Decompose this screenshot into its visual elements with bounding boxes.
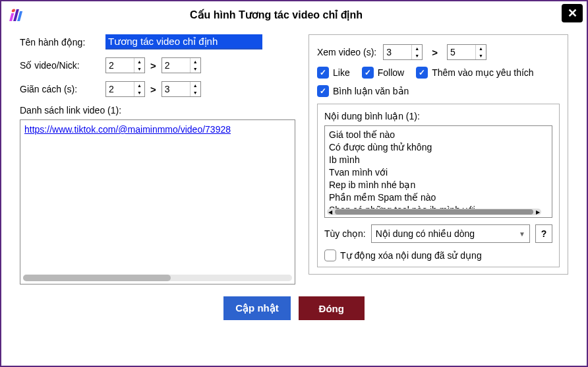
check-icon: ✓ <box>416 67 428 79</box>
auto-delete-checkbox[interactable]: ✓Tự động xóa nội dung đã sử dụng <box>324 250 482 261</box>
option-select[interactable]: Nội dung có nhiều dòng ▼ <box>371 224 530 243</box>
chevron-up-icon[interactable]: ▲ <box>191 82 200 89</box>
chevron-down-icon[interactable]: ▼ <box>191 89 200 96</box>
comment-item: Giá tool thế nào <box>329 129 548 141</box>
range-separator: > <box>432 47 438 58</box>
chevron-down-icon[interactable]: ▼ <box>134 89 144 96</box>
videos-per-nick-label: Số video/Nick: <box>20 60 105 71</box>
chevron-up-icon[interactable]: ▲ <box>412 45 422 52</box>
check-icon: ✓ <box>317 67 329 79</box>
comment-item: Rep ib mình nhé bạn <box>329 179 548 191</box>
comment-content-label: Nội dung bình luận (1): <box>324 111 552 121</box>
chevron-down-icon[interactable]: ▼ <box>191 65 200 73</box>
video-link-list-label: Danh sách link video (1): <box>20 105 295 116</box>
scroll-left-icon[interactable]: ◀ <box>327 209 334 215</box>
interaction-group: Xem video (s): 3 ▲▼ > 5 ▲▼ ✓Like ✓Follow… <box>309 34 568 275</box>
watch-time-label: Xem video (s): <box>317 47 376 57</box>
comment-group: Nội dung bình luận (1): Giá tool thế nào… <box>317 104 560 267</box>
help-button[interactable]: ? <box>535 224 552 243</box>
videos-from-stepper[interactable]: 2 ▲▼ <box>105 57 145 73</box>
scroll-right-icon[interactable]: ▶ <box>535 209 541 215</box>
video-link-textarea[interactable]: https://www.tiktok.com/@maiminmmo/video/… <box>20 119 295 284</box>
comment-item: Có được dùng thử không <box>329 141 548 154</box>
close-dialog-button[interactable]: Đóng <box>299 296 365 320</box>
horizontal-scrollbar[interactable]: ◀▶ <box>327 209 541 215</box>
svg-rect-0 <box>9 13 14 21</box>
check-icon: ✓ <box>362 67 374 79</box>
favorite-checkbox[interactable]: ✓Thêm vào mục yêu thích <box>416 67 534 79</box>
action-name-label: Tên hành động: <box>20 37 105 48</box>
chevron-up-icon[interactable]: ▲ <box>134 82 144 89</box>
comment-item: Phần mềm Spam thế nào <box>329 191 548 204</box>
range-separator: > <box>150 60 156 71</box>
chevron-up-icon[interactable]: ▲ <box>134 58 144 65</box>
comment-item: Tvan mình với <box>329 166 548 179</box>
dialog-header: Cấu hình Tương tác video chỉ định ✕ <box>1 1 587 28</box>
comment-item: Ib mình <box>329 154 548 166</box>
video-link-item[interactable]: https://www.tiktok.com/@maiminmmo/video/… <box>24 124 231 135</box>
dialog-window: Cấu hình Tương tác video chỉ định ✕ Tên … <box>0 0 588 367</box>
horizontal-scrollbar[interactable] <box>23 275 292 281</box>
delay-to-stepper[interactable]: 3 ▲▼ <box>162 81 201 97</box>
watch-from-stepper[interactable]: 3 ▲▼ <box>383 44 423 60</box>
dialog-title: Cấu hình Tương tác video chỉ định <box>190 9 363 21</box>
chevron-down-icon[interactable]: ▼ <box>476 52 486 59</box>
app-logo-icon <box>9 7 25 22</box>
delay-from-stepper[interactable]: 2 ▲▼ <box>105 81 145 97</box>
range-separator: > <box>150 84 156 95</box>
comment-list[interactable]: Giá tool thế nào Có được dùng thử không … <box>324 125 552 218</box>
chevron-down-icon: ▼ <box>519 230 525 238</box>
delay-label: Giãn cách (s): <box>20 84 105 94</box>
follow-checkbox[interactable]: ✓Follow <box>362 67 404 79</box>
check-icon: ✓ <box>317 85 329 97</box>
update-button[interactable]: Cập nhật <box>223 296 290 320</box>
action-name-input[interactable] <box>105 34 262 50</box>
close-icon: ✕ <box>568 6 577 20</box>
option-label: Tùy chọn: <box>324 228 366 239</box>
checkbox-empty-icon: ✓ <box>324 250 336 261</box>
svg-point-3 <box>11 9 15 13</box>
chevron-down-icon[interactable]: ▼ <box>412 52 422 59</box>
like-checkbox[interactable]: ✓Like <box>317 67 350 79</box>
close-button[interactable]: ✕ <box>562 4 583 22</box>
chevron-down-icon[interactable]: ▼ <box>134 65 144 73</box>
watch-to-stepper[interactable]: 5 ▲▼ <box>447 44 486 60</box>
chevron-up-icon[interactable]: ▲ <box>191 58 200 65</box>
chevron-up-icon[interactable]: ▲ <box>476 45 486 52</box>
comment-checkbox[interactable]: ✓Bình luận văn bản <box>317 85 409 97</box>
videos-to-stepper[interactable]: 2 ▲▼ <box>162 57 201 73</box>
